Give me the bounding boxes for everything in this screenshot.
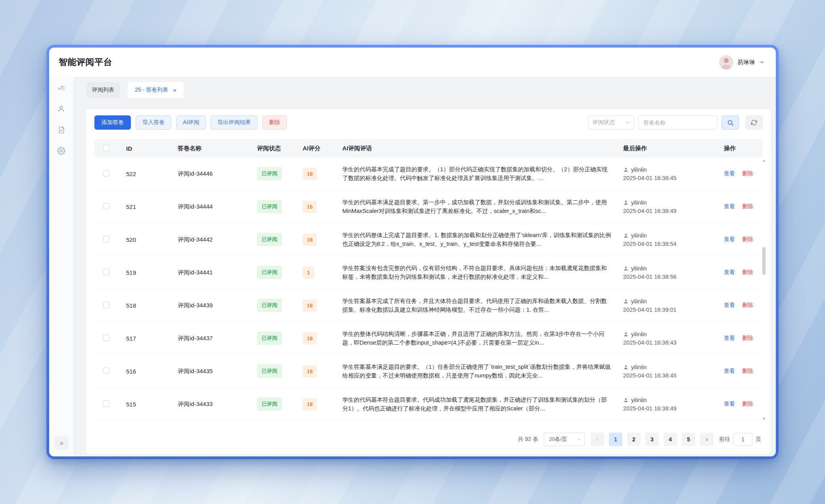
delete-button[interactable]: 删除: [262, 115, 287, 130]
next-page-button[interactable]: ›: [700, 433, 714, 446]
row-checkbox[interactable]: [103, 335, 109, 341]
page-button-4[interactable]: 4: [664, 433, 677, 446]
page-size-select[interactable]: 20条/页: [544, 433, 585, 446]
table-scrollbar[interactable]: ▲ ▼: [762, 159, 766, 421]
score-badge: 18: [303, 234, 317, 246]
operation-time: 2025-04-01 16:38:49: [623, 208, 714, 214]
tab-review-list[interactable]: 评阅列表: [86, 82, 120, 98]
score-badge: 18: [303, 398, 317, 410]
row-checkbox[interactable]: [103, 170, 109, 176]
delete-link[interactable]: 删除: [742, 269, 753, 276]
operator-name: yilinlin: [631, 298, 647, 305]
table-row: 516 评阅id-34435 已评阅 18 学生答案基本满足题目的要求。（1）任…: [94, 355, 763, 388]
delete-link[interactable]: 删除: [742, 170, 753, 177]
operation-time: 2025-04-01 16:39:01: [623, 307, 714, 313]
search-button[interactable]: [721, 115, 739, 130]
scroll-up-icon[interactable]: ▲: [762, 159, 766, 163]
ai-comment: 学生答案没有包含完整的代码，仅有部分结构，不符合题目要求。具体问题包括：未加载鸢…: [333, 264, 619, 281]
view-link[interactable]: 查看: [724, 170, 735, 177]
table-body: 522 评阅id-34446 已评阅 18 学生的代码基本完成了题目的要求。（1…: [94, 157, 763, 421]
view-link[interactable]: 查看: [724, 368, 735, 375]
status-badge: 已评阅: [257, 200, 282, 213]
scrollbar-thumb[interactable]: [762, 247, 766, 275]
user-menu[interactable]: 易琳琳: [719, 55, 765, 69]
row-checkbox[interactable]: [103, 269, 109, 275]
view-link[interactable]: 查看: [724, 335, 735, 342]
sidebar-item-review-list[interactable]: [57, 83, 66, 92]
page-button-5[interactable]: 5: [682, 433, 695, 446]
avatar[interactable]: [719, 55, 733, 69]
operator-name: yilinlin: [631, 331, 647, 337]
delete-link[interactable]: 删除: [742, 302, 753, 309]
user-icon: [57, 105, 65, 113]
sidebar-item-users[interactable]: [57, 104, 66, 113]
delete-link[interactable]: 删除: [742, 203, 753, 210]
row-id: 520: [117, 236, 168, 243]
refresh-button[interactable]: [745, 115, 763, 130]
view-link[interactable]: 查看: [724, 236, 735, 243]
prev-page-button[interactable]: ‹: [591, 433, 604, 446]
score-badge: 1: [303, 266, 314, 279]
row-id: 518: [117, 302, 168, 309]
row-name: 评阅id-34433: [168, 401, 248, 408]
review-status-select[interactable]: 评阅状态: [588, 115, 634, 130]
select-all-checkbox[interactable]: [103, 145, 109, 151]
row-checkbox[interactable]: [103, 203, 109, 209]
page-button-1[interactable]: 1: [609, 433, 622, 446]
delete-link[interactable]: 删除: [742, 335, 753, 342]
col-header-id: ID: [117, 145, 168, 152]
sidebar-item-papers[interactable]: [57, 125, 66, 134]
page-size-value: 20条/页: [549, 436, 567, 443]
checklist-icon: [57, 84, 65, 92]
toolbar: 添加答卷 导入答卷 AI评阅 导出评阅结果 删除 评阅状态: [94, 115, 763, 130]
status-badge: 已评阅: [257, 233, 282, 246]
chevron-down-icon: [759, 59, 765, 65]
ai-comment: 学生答案基本满足题目的要求。（1）任务部分正确使用了`train_test_sp…: [333, 362, 619, 380]
avatar-image: [719, 55, 733, 69]
tab-label: 25 - 答卷列表: [135, 86, 168, 94]
row-id: 519: [117, 269, 168, 276]
table-header: ID 答卷名称 评阅状态 AI评分 AI评阅评语 最后操作 操作: [94, 139, 763, 157]
refresh-icon: [751, 119, 757, 126]
page-button-2[interactable]: 2: [627, 433, 641, 446]
view-link[interactable]: 查看: [724, 269, 735, 276]
scroll-down-icon[interactable]: ▼: [762, 417, 766, 421]
col-header-comment: AI评阅评语: [333, 145, 619, 152]
last-operation: yilinlin 2025-04-01 16:39:01: [619, 298, 714, 313]
view-link[interactable]: 查看: [724, 203, 735, 210]
row-checkbox[interactable]: [103, 368, 109, 374]
page-button-3[interactable]: 3: [645, 433, 659, 446]
search-input[interactable]: [638, 115, 718, 130]
chevron-down-icon: [577, 437, 581, 442]
export-results-button[interactable]: 导出评阅结果: [211, 115, 257, 130]
ai-comment: 学生的代码基本满足题目要求。第一步中，成功加载了数据，并划分成训练集和测试集。第…: [333, 198, 619, 215]
delete-link[interactable]: 删除: [742, 236, 753, 243]
delete-link[interactable]: 删除: [742, 401, 753, 408]
person-icon: [623, 167, 629, 172]
title-bar: 智能评阅平台 易琳琳: [49, 48, 776, 77]
row-checkbox[interactable]: [103, 401, 109, 407]
tab-answer-list[interactable]: 25 - 答卷列表 ×: [128, 82, 184, 98]
goto-page-input[interactable]: [733, 433, 752, 446]
ai-comment: 学生的代码基本完成了题目的要求。（1）部分代码正确实现了数据集的加载和切分。（2…: [333, 165, 619, 182]
add-answer-button[interactable]: 添加答卷: [94, 115, 131, 130]
import-answer-button[interactable]: 导入答卷: [136, 115, 171, 130]
main-area: 评阅列表 25 - 答卷列表 × 添加答卷 导入答卷 AI评阅: [74, 77, 776, 456]
view-link[interactable]: 查看: [724, 302, 735, 309]
last-operation: yilinlin 2025-04-01 16:38:49: [619, 199, 714, 214]
delete-link[interactable]: 删除: [742, 368, 753, 375]
row-name: 评阅id-34435: [168, 368, 248, 375]
col-header-actions: 操作: [714, 145, 763, 152]
row-checkbox[interactable]: [103, 302, 109, 308]
sidebar-item-settings[interactable]: [57, 146, 66, 155]
ai-review-button[interactable]: AI评阅: [176, 115, 206, 130]
score-badge: 18: [303, 299, 317, 312]
operation-time: 2025-04-01 16:38:43: [623, 339, 714, 346]
row-checkbox[interactable]: [103, 236, 109, 242]
review-status-placeholder: 评阅状态: [593, 119, 615, 126]
tab-close-icon[interactable]: ×: [173, 87, 177, 93]
table-row: 518 评阅id-34439 已评阅 18 学生答案基本完成了所有任务，并且大体…: [94, 289, 763, 322]
row-name: 评阅id-34439: [168, 302, 248, 309]
view-link[interactable]: 查看: [724, 401, 735, 408]
sidebar-collapse-button[interactable]: »: [54, 436, 69, 450]
